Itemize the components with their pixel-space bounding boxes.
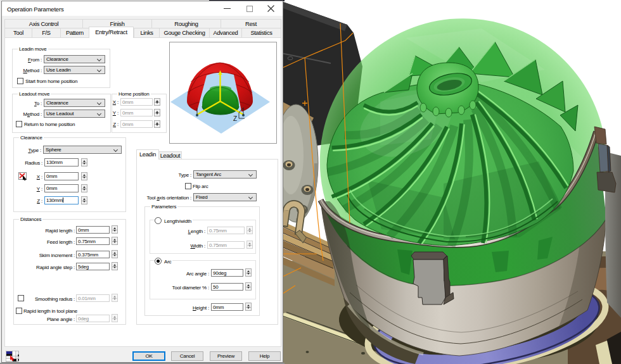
svg-text:Z: Z [233, 115, 237, 122]
